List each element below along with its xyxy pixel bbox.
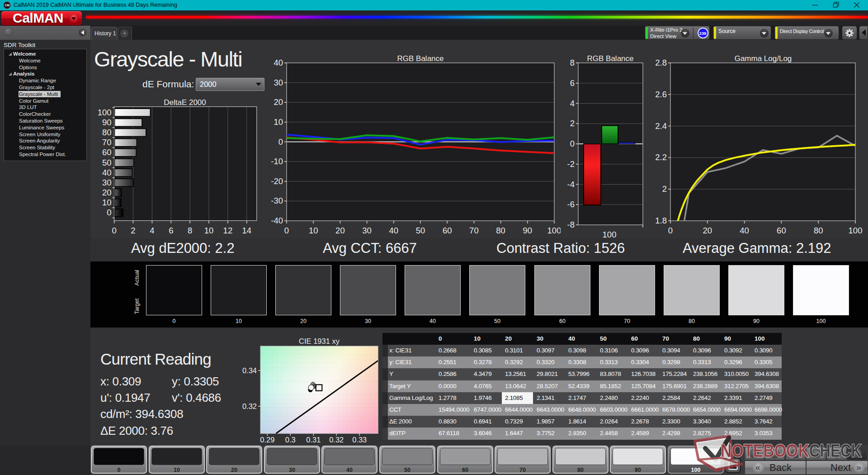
svg-text:70: 70 [102,138,112,147]
svg-text:100: 100 [547,226,561,235]
svg-text:90: 90 [102,118,112,127]
svg-text:40: 40 [740,226,749,235]
svg-text:NOTEBOOK: NOTEBOOK [721,441,809,461]
svg-text:0.32: 0.32 [242,402,257,410]
svg-text:2.6: 2.6 [655,90,667,99]
svg-text:100: 100 [98,108,112,117]
svg-text:0.29: 0.29 [260,436,274,444]
svg-text:-30: -30 [271,196,283,205]
svg-text:4: 4 [570,99,575,108]
svg-text:50: 50 [416,226,425,235]
svg-text:20: 20 [102,188,112,197]
svg-text:1.8: 1.8 [655,216,667,225]
svg-text:CHECK: CHECK [809,441,862,461]
svg-text:8: 8 [570,58,575,67]
svg-text:-4: -4 [567,180,575,189]
svg-text:0.32: 0.32 [329,436,344,444]
svg-text:-8: -8 [567,220,575,229]
svg-text:10: 10 [309,226,318,235]
svg-text:40: 40 [274,58,283,67]
svg-text:-10: -10 [271,157,283,166]
svg-text:14: 14 [242,226,252,235]
svg-text:0: 0 [112,226,116,235]
svg-text:-6: -6 [567,200,575,209]
svg-text:-40: -40 [271,216,283,225]
svg-text:0.34: 0.34 [242,366,257,375]
svg-text:2: 2 [662,184,667,194]
svg-text:12: 12 [223,226,233,235]
svg-text:40: 40 [102,168,112,177]
svg-text:60: 60 [102,147,112,157]
svg-text:0: 0 [570,139,575,148]
svg-text:100: 100 [849,226,863,235]
svg-text:0: 0 [668,226,673,235]
svg-text:0.33: 0.33 [352,436,367,444]
svg-text:30: 30 [362,226,372,235]
svg-text:20: 20 [274,97,283,107]
svg-text:30: 30 [274,78,283,87]
svg-text:0.31: 0.31 [306,436,321,444]
svg-text:2.8: 2.8 [655,58,667,67]
svg-text:50: 50 [102,158,112,167]
svg-text:2.2: 2.2 [655,152,667,162]
svg-text:0: 0 [284,226,289,235]
svg-text:60: 60 [443,226,452,235]
svg-text:2: 2 [131,226,135,235]
svg-text:2: 2 [570,119,575,128]
svg-text:0: 0 [278,137,283,147]
svg-text:Gamma Log/Log: Gamma Log/Log [735,54,792,63]
svg-text:60: 60 [777,226,786,235]
svg-text:80: 80 [102,128,112,137]
svg-text:6: 6 [169,226,173,235]
svg-text:-20: -20 [271,176,283,186]
svg-text:10: 10 [102,198,112,207]
svg-text:6: 6 [570,78,575,88]
svg-text:8: 8 [188,226,192,235]
svg-text:40: 40 [389,226,399,235]
svg-text:80: 80 [496,226,505,235]
svg-text:CIE 1931 xy: CIE 1931 xy [299,337,340,345]
svg-text:10: 10 [274,117,283,127]
svg-text:0.3: 0.3 [285,436,296,444]
svg-text:0: 0 [107,208,111,217]
svg-text:10: 10 [204,226,214,235]
svg-text:-2: -2 [567,159,575,169]
svg-text:70: 70 [469,226,479,235]
svg-text:20: 20 [703,226,712,235]
svg-text:2.4: 2.4 [655,121,667,131]
svg-text:90: 90 [523,226,533,235]
svg-text:RGB Balance: RGB Balance [587,54,634,63]
svg-text:80: 80 [814,226,823,235]
svg-text:20: 20 [335,226,345,235]
svg-text:RGB Balance: RGB Balance [397,54,444,63]
svg-text:4: 4 [150,226,154,235]
svg-text:30: 30 [102,178,112,187]
svg-text:100: 100 [603,230,617,239]
svg-text:DeltaE 2000: DeltaE 2000 [164,98,206,107]
